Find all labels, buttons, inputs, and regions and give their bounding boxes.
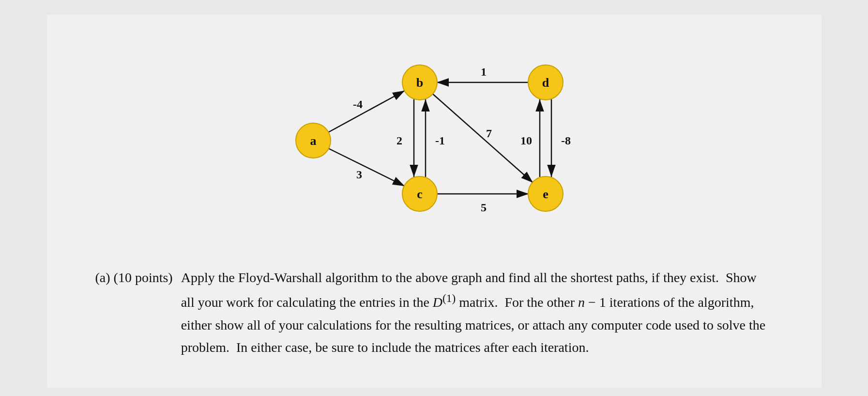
node-d-label: d xyxy=(542,76,549,90)
question-text: (a) (10 points) Apply the Floyd-Warshall… xyxy=(95,267,773,359)
node-a: a xyxy=(296,123,331,158)
node-b: b xyxy=(402,65,437,100)
edge-a-c xyxy=(328,148,405,186)
edge-label-e-d: 10 xyxy=(520,134,532,147)
question-label: (a) (10 points) xyxy=(95,267,176,289)
graph-svg: -4 3 2 -1 1 7 xyxy=(236,39,633,242)
content-wrapper: -4 3 2 -1 1 7 xyxy=(47,15,822,388)
node-c-label: c xyxy=(417,187,423,201)
edge-b-e xyxy=(432,94,533,183)
edge-label-c-e: 5 xyxy=(481,201,487,214)
node-d: d xyxy=(528,65,563,100)
node-e: e xyxy=(528,176,563,211)
edge-label-d-e: -8 xyxy=(561,134,571,147)
edge-label-b-e: 7 xyxy=(486,127,492,140)
edge-a-b xyxy=(328,91,405,132)
edge-label-b-c: 2 xyxy=(396,134,402,147)
node-c: c xyxy=(402,176,437,211)
question-block: (a) (10 points) Apply the Floyd-Warshall… xyxy=(95,267,773,359)
edge-label-a-c: 3 xyxy=(356,168,362,181)
points-label: (10 points) xyxy=(114,270,173,285)
node-a-label: a xyxy=(310,134,316,148)
part-label: (a) xyxy=(95,270,110,285)
question-body: Apply the Floyd-Warshall algorithm to th… xyxy=(181,267,773,359)
edge-label-c-b: -1 xyxy=(435,134,445,147)
edge-label-d-b: 1 xyxy=(481,65,487,78)
graph-container: -4 3 2 -1 1 7 xyxy=(86,39,783,242)
question-part-label: (a) (10 points) xyxy=(95,270,176,285)
node-b-label: b xyxy=(416,76,423,90)
question-paragraph: Apply the Floyd-Warshall algorithm to th… xyxy=(181,267,773,359)
edge-label-a-b: -4 xyxy=(353,98,363,111)
node-e-label: e xyxy=(543,187,548,201)
